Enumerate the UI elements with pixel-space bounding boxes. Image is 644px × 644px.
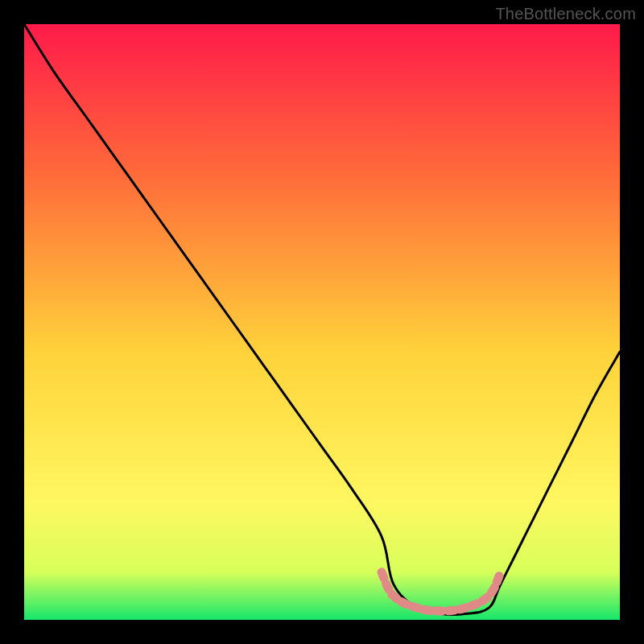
plot-area xyxy=(24,24,620,620)
gradient-background xyxy=(24,24,620,620)
chart-container: TheBottleneck.com xyxy=(0,0,644,644)
plot-svg xyxy=(24,24,620,620)
watermark-text: TheBottleneck.com xyxy=(495,5,636,23)
